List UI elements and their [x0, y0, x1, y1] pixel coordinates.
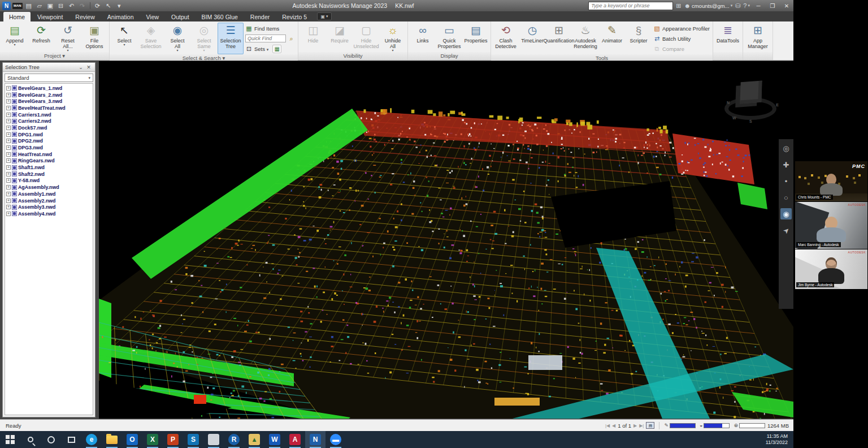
tree-item[interactable]: +Carriers1.nwd [6, 111, 93, 118]
tree-item[interactable]: +DPG2.nwd [6, 138, 93, 145]
taskbar-photos-icon[interactable]: ▴ [244, 431, 264, 448]
tree-item[interactable]: +AgAssembly.nwd [6, 184, 93, 191]
tab-viewpoint[interactable]: Viewpoint [32, 12, 68, 21]
tree-item[interactable]: +Carriers2.nwd [6, 118, 93, 124]
select-all-button[interactable]: ◉Select All▾ [164, 23, 190, 54]
select-button[interactable]: ↖Select▾ [111, 23, 137, 54]
reset-all--button[interactable]: ↺Reset All...▾ [55, 23, 81, 52]
print-icon[interactable]: ⊟ [57, 2, 66, 10]
model-viewport[interactable]: N E S W ◎✚•○◉➤ [99, 61, 793, 419]
expand-icon[interactable]: + [6, 212, 11, 216]
taskbar-search-button[interactable] [20, 431, 41, 448]
tree-item[interactable]: +Dock57.nwd [6, 124, 93, 131]
expand-icon[interactable]: + [6, 126, 11, 130]
tree-item[interactable]: +RingGears.nwd [6, 158, 93, 165]
tree-item[interactable]: +BevelHeatTreat.nwd [6, 105, 93, 111]
expand-icon[interactable]: + [6, 178, 11, 183]
taskbar-navisworks-icon[interactable]: N [305, 431, 326, 448]
taskbar-revizto-icon[interactable]: R [224, 431, 244, 448]
tree-item[interactable]: +BevelGears_1.nwd [6, 85, 93, 92]
orbit-icon[interactable]: ○ [780, 192, 792, 203]
user-icon[interactable]: ☻ cmounts@gm... ▾ [684, 2, 732, 9]
tree-item[interactable]: +Shaft1.nwd [6, 164, 93, 171]
task-view-button[interactable] [61, 431, 81, 448]
panel-menu-icon[interactable]: ⌄ [77, 64, 85, 70]
quick-find-magnifier-icon[interactable]: ⌕ [288, 35, 295, 42]
tree-item[interactable]: +Y-58.nwd [6, 178, 93, 184]
pan-icon[interactable]: ✚ [780, 159, 792, 170]
next-sheet-icon[interactable]: ▶ [633, 423, 637, 428]
video-tile[interactable]: PMCChris Mounts - PMC [795, 161, 867, 201]
unhide-all-button[interactable]: ☼Unhide All▾ [380, 23, 406, 52]
expand-icon[interactable]: + [6, 152, 11, 157]
quick-find-input[interactable] [245, 35, 286, 42]
quick-properties-button[interactable]: ▭Quick Properties [436, 23, 462, 52]
expand-icon[interactable]: + [6, 199, 11, 203]
open-icon[interactable]: ▱ [35, 2, 44, 10]
zoom-icon[interactable]: • [780, 175, 792, 187]
scripter-button[interactable]: §Scripter [626, 23, 652, 54]
redo-icon[interactable]: ↷ [78, 2, 87, 10]
account-name[interactable]: cmounts@gm... [692, 3, 730, 9]
selection-tree-button[interactable]: ☰Selection Tree [218, 23, 244, 54]
steering-wheel-icon[interactable]: ◎ [780, 143, 792, 154]
taskbar-excel-icon[interactable]: X [142, 431, 163, 448]
manage-sets-icon[interactable]: ▦ [272, 45, 281, 53]
viewcube[interactable]: N E S W [723, 78, 780, 122]
taskbar-edge-icon[interactable]: e [81, 431, 102, 448]
properties-button[interactable]: ▤Properties [463, 23, 489, 52]
find-items-button[interactable]: ▦Find Items [245, 24, 295, 33]
tab-revizto-5[interactable]: Revizto 5 [276, 12, 313, 21]
save-icon[interactable]: ▣ [46, 2, 55, 10]
expand-icon[interactable]: + [6, 172, 11, 176]
tab-home[interactable]: Home [3, 12, 31, 21]
video-tile[interactable]: AUTODESKJim Byrne - Autodesk [795, 249, 867, 289]
expand-icon[interactable]: + [6, 113, 11, 117]
expand-icon[interactable]: + [6, 86, 11, 91]
animator-button[interactable]: ✎Animator [599, 23, 625, 54]
expand-icon[interactable]: + [6, 165, 11, 170]
select-cursor-icon[interactable]: ↖ [104, 2, 113, 10]
look-around-icon[interactable]: ◉ [780, 208, 792, 219]
expand-icon[interactable]: + [6, 119, 11, 123]
prev-sheet-icon[interactable]: ◀ [612, 423, 615, 428]
tab-animation[interactable]: Animation [102, 12, 140, 21]
tree-item[interactable]: +Assembly2.nwd [6, 197, 93, 204]
expand-icon[interactable]: + [6, 93, 11, 97]
tab-bim-360-glue[interactable]: BIM 360 Glue [196, 12, 244, 21]
close-button[interactable]: ✕ [781, 1, 792, 10]
help-icon[interactable]: ?▾ [743, 2, 750, 9]
tree-item[interactable]: +BevelGears_2.nwd [6, 92, 93, 98]
taskbar-autocad-icon[interactable]: A [285, 431, 305, 448]
tree-item[interactable]: +Assembly3.nwd [6, 204, 93, 210]
taskbar-clock[interactable]: 11:35 AM11/3/2022 [766, 433, 793, 446]
clash-detective-button[interactable]: ⟲Clash Detective [493, 23, 519, 54]
record-camera-icon[interactable]: ▣▾ [317, 12, 332, 20]
tree-item[interactable]: +DPG3.nwd [6, 144, 93, 151]
appearance-profiler-button[interactable]: ▧Appearance Profiler [653, 24, 710, 33]
restore-button[interactable]: ❐ [767, 1, 778, 10]
help-search-input[interactable] [588, 2, 673, 10]
taskbar-file-explorer-icon[interactable] [102, 431, 122, 448]
undo-icon[interactable]: ↶ [67, 2, 76, 10]
new-document-icon[interactable]: ▤ [24, 2, 33, 10]
tab-review[interactable]: Review [70, 12, 100, 21]
quantification-button[interactable]: ⊞Quantification [546, 23, 572, 54]
tree-item[interactable]: +DPG1.nwd [6, 131, 93, 138]
expand-icon[interactable]: + [6, 185, 11, 189]
start-button[interactable] [0, 431, 20, 448]
app-manager-button[interactable]: ⊞App Manager [745, 23, 771, 52]
taskbar-powerpoint-icon[interactable]: P [163, 431, 183, 448]
group-label[interactable]: Project ▾ [0, 52, 109, 60]
select-arrow-icon[interactable]: ➤ [778, 222, 793, 238]
links-button[interactable]: ∞Links [410, 23, 436, 52]
expand-icon[interactable]: + [6, 106, 11, 110]
taskbar-snagit-icon[interactable]: S [183, 431, 203, 448]
taskbar-outlook-icon[interactable]: O [122, 431, 142, 448]
tab-output[interactable]: Output [166, 12, 195, 21]
expand-icon[interactable]: + [6, 205, 11, 209]
expand-icon[interactable]: + [6, 158, 11, 163]
refresh-button[interactable]: ⟳Refresh [28, 23, 54, 52]
first-sheet-icon[interactable]: |◀ [605, 423, 610, 428]
expand-icon[interactable]: + [6, 132, 11, 137]
